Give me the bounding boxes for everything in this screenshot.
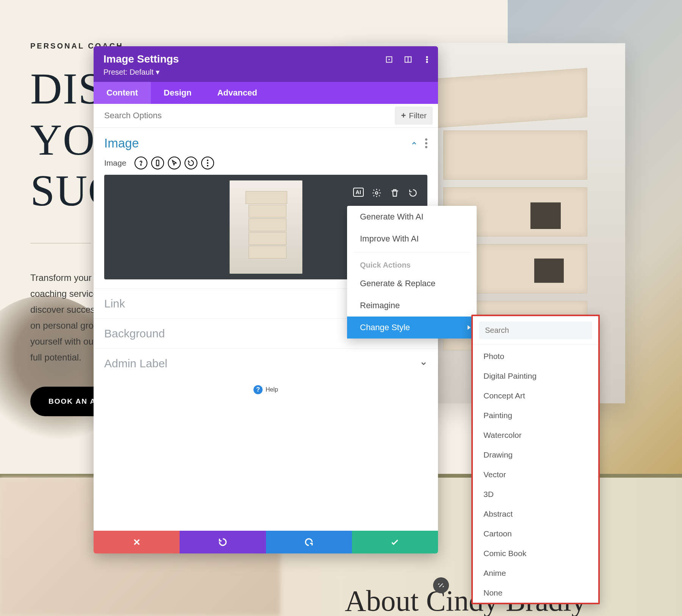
help-label: Help: [266, 386, 278, 393]
style-option-painting[interactable]: Painting: [473, 406, 598, 425]
section-admin-label-label: Admin Label: [104, 357, 167, 370]
change-style-submenu: PhotoDigital PaintingConcept ArtPainting…: [471, 315, 600, 604]
svg-point-6: [141, 165, 141, 165]
modal-title: Image Settings: [103, 53, 428, 65]
menu-generate-with-ai[interactable]: Generate With AI: [347, 206, 477, 228]
image-thumbnail: [230, 180, 302, 274]
preset-dropdown[interactable]: Preset: Default ▾: [103, 67, 428, 77]
field-image-label: Image: [104, 158, 126, 168]
svg-point-8: [375, 192, 378, 194]
undo-icon[interactable]: [408, 188, 418, 198]
field-more-icon[interactable]: [201, 157, 214, 169]
style-option-photo[interactable]: Photo: [473, 346, 598, 366]
menu-reimagine[interactable]: Reimagine: [347, 295, 477, 317]
chevron-down-icon: [420, 360, 427, 367]
resize-handle[interactable]: [433, 577, 449, 593]
menu-quick-actions-header: Quick Actions: [347, 255, 477, 273]
style-search-input[interactable]: [479, 321, 592, 339]
gear-icon[interactable]: [371, 188, 382, 198]
menu-generate-replace[interactable]: Generate & Replace: [347, 273, 477, 295]
style-option-3d[interactable]: 3D: [473, 484, 598, 504]
menu-change-style[interactable]: Change Style: [347, 317, 477, 339]
hover-icon[interactable]: [168, 157, 181, 169]
section-more-icon[interactable]: [425, 138, 427, 148]
style-option-concept-art[interactable]: Concept Art: [473, 386, 598, 406]
more-icon[interactable]: [423, 55, 431, 64]
svg-point-4: [426, 59, 427, 60]
help-badge-icon: ?: [253, 385, 263, 394]
redo-button[interactable]: [266, 531, 352, 553]
section-link-label: Link: [104, 297, 125, 310]
device-icon[interactable]: [151, 157, 164, 169]
tab-advanced[interactable]: Advanced: [204, 82, 270, 104]
tab-design[interactable]: Design: [151, 82, 204, 104]
ai-dropdown-menu: Generate With AI Improve With AI Quick A…: [347, 206, 477, 339]
style-option-drawing[interactable]: Drawing: [473, 445, 598, 465]
tab-content[interactable]: Content: [94, 82, 151, 104]
collapse-icon[interactable]: [411, 140, 418, 147]
svg-point-5: [426, 61, 427, 63]
section-background-label: Background: [104, 327, 165, 340]
ai-icon[interactable]: AI: [353, 188, 364, 197]
cancel-button[interactable]: [94, 531, 180, 553]
filter-button[interactable]: +Filter: [395, 107, 433, 125]
section-admin-label[interactable]: Admin Label: [94, 348, 438, 378]
menu-improve-with-ai[interactable]: Improve With AI: [347, 228, 477, 250]
hero-divider: [30, 243, 91, 243]
filter-label: Filter: [409, 111, 427, 120]
reset-icon[interactable]: [185, 157, 197, 169]
expand-icon[interactable]: [385, 55, 393, 64]
style-option-anime[interactable]: Anime: [473, 563, 598, 583]
trash-icon[interactable]: [389, 188, 400, 198]
save-button[interactable]: [352, 531, 438, 553]
modal-header: Image Settings Preset: Default ▾: [94, 46, 438, 82]
search-options-input[interactable]: [94, 104, 395, 127]
style-option-digital-painting[interactable]: Digital Painting: [473, 366, 598, 386]
panel-layout-icon[interactable]: [404, 55, 412, 64]
modal-tabs: Content Design Advanced: [94, 82, 438, 104]
svg-point-1: [388, 59, 390, 60]
svg-point-3: [426, 56, 427, 58]
undo-button[interactable]: [180, 531, 266, 553]
style-option-comic-book[interactable]: Comic Book: [473, 544, 598, 563]
style-option-abstract[interactable]: Abstract: [473, 504, 598, 524]
section-image-title[interactable]: Image: [104, 136, 139, 150]
style-option-vector[interactable]: Vector: [473, 465, 598, 484]
style-option-none[interactable]: None: [473, 583, 598, 603]
style-option-watercolor[interactable]: Watercolor: [473, 425, 598, 445]
help-link[interactable]: ?Help: [94, 378, 438, 531]
style-option-cartoon[interactable]: Cartoon: [473, 524, 598, 544]
help-icon[interactable]: [135, 157, 147, 169]
